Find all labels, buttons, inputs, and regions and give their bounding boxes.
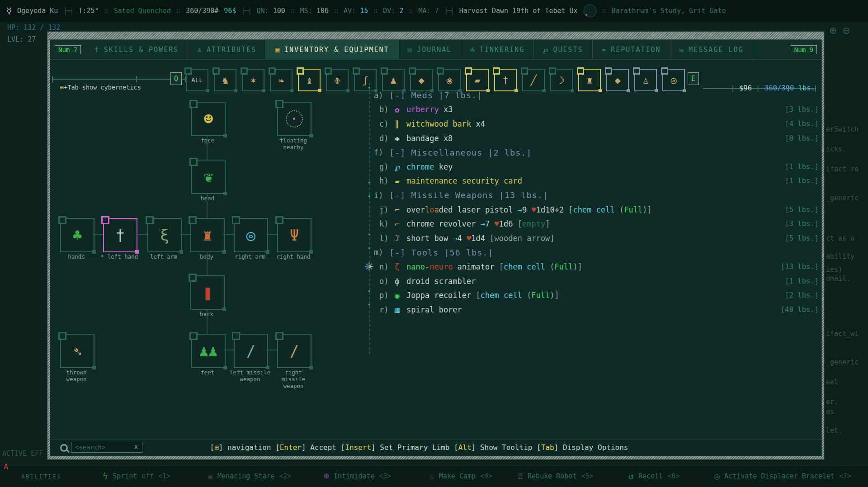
tab-attributes[interactable]: ♙ATTRIBUTES <box>188 40 266 59</box>
item-name: witchwood bark x4 <box>406 119 485 128</box>
inventory-window: Num 7†SKILLS & POWERS♙ATTRIBUTES▣INVENTO… <box>47 32 824 459</box>
slot-connector <box>207 309 208 334</box>
item-name: chrome key <box>406 162 453 171</box>
slot-connector <box>224 350 234 350</box>
hands-item-icon: ♣ <box>73 227 82 243</box>
ability-make-camp[interactable]: ♨Make Camp<4> <box>429 471 492 482</box>
row-letter: m) <box>374 248 389 257</box>
row-letter: f) <box>374 148 389 157</box>
equip-slot-righthand[interactable]: Ψ <box>277 218 311 252</box>
ability-sprint[interactable]: ϟSprintoff<1> <box>103 471 170 482</box>
filter-category-4[interactable]: ♝ <box>298 69 321 91</box>
row-letter: a) <box>374 91 389 100</box>
zoom-icons[interactable]: ⊕⊖ <box>830 24 856 37</box>
filter-category-icon: ▰ <box>474 75 480 86</box>
equip-slot-rightarm[interactable]: ◎ <box>234 218 268 252</box>
equip-slot-leftmissile[interactable]: ∕ <box>234 334 268 368</box>
ability-activate-displacer-bracelet[interactable]: ◎Activate Displacer Bracelet<7> <box>714 471 851 482</box>
tab-tinkering[interactable]: ✇TINKERING <box>461 40 534 59</box>
filter-category-1[interactable]: ♞ <box>214 69 236 91</box>
background-fragment: ifact_re <box>826 165 859 173</box>
tab-quests[interactable]: ℘QUESTS <box>534 40 592 59</box>
slot-connector <box>136 234 147 235</box>
filter-category-icon: ╱ <box>530 75 536 86</box>
equip-slot-back[interactable]: ❚ <box>190 275 225 310</box>
item-weight: [3 lbs.] <box>785 220 819 228</box>
inventory-row[interactable]: r)▦spiral borer[40 lbs.] <box>379 303 821 317</box>
ability-label: Menacing Stare <box>217 472 274 480</box>
equip-slot-thrown[interactable]: ➴ <box>60 334 94 368</box>
inventory-row[interactable]: ➤n)ζnano-neuro animator [chem cell (Full… <box>379 260 821 274</box>
tab-skills-powers[interactable]: †SKILLS & POWERS <box>85 40 188 59</box>
item-icon: ✚ <box>395 133 406 143</box>
filter-category-6[interactable]: ʃ <box>354 69 377 91</box>
search-clear-button[interactable]: X <box>134 444 138 450</box>
ability-rebuke-robot[interactable]: ♖Rebuke Robot<5> <box>518 471 594 482</box>
player-name: Ogeyeda Ku <box>17 7 58 15</box>
tinkering-icon: ✇ <box>470 45 476 54</box>
equip-slot-head[interactable]: ❦ <box>191 160 226 194</box>
filter-category-5[interactable]: ✙ <box>326 69 349 91</box>
inventory-row[interactable]: l)☽short bow →4 ♥1d4 [wooden arrow][5 lb… <box>379 231 821 246</box>
inventory-row[interactable]: g)℘chrome key[1 lbs.] <box>379 160 821 174</box>
equip-slot-floating[interactable] <box>277 102 311 136</box>
inventory-row[interactable]: c)∥witchwood bark x4[4 lbs.] <box>379 117 821 131</box>
filter-category-icon: ❧ <box>278 75 284 86</box>
inventory-row[interactable]: h)▰maintenance security card[1 lbs.] <box>379 174 821 189</box>
inventory-row[interactable]: b)✿urberry x3[3 lbs.] <box>379 103 821 117</box>
filter-category-3[interactable]: ❧ <box>270 69 292 91</box>
item-name: Joppa recoiler [chem cell (Full)] <box>406 291 559 300</box>
inventory-row[interactable]: k)⌐chrome revolver →7 ♥1d6 [empty][3 lbs… <box>379 217 821 231</box>
tab-inventory-equipment[interactable]: ▣INVENTORY & EQUIPMENT <box>266 40 398 59</box>
tab-message-log[interactable]: ✉MESSAGE LOG <box>670 40 753 59</box>
equip-slot-lefthand[interactable]: † <box>103 218 137 252</box>
category-row[interactable]: i)[-] Missile Weapons |13 lbs.| <box>374 188 821 203</box>
background-fragment: ies) <box>826 265 842 274</box>
item-icon: ⌐ <box>395 205 406 214</box>
inventory-row[interactable]: j)⌐overloaded laser pistol →9 ♥1d10+2 [c… <box>379 203 821 217</box>
equip-slot-face[interactable]: ☻ <box>191 102 226 136</box>
floating-slot-icon <box>286 110 303 128</box>
tab-reputation[interactable]: ❧REPUTATION <box>593 40 670 59</box>
slot-connector <box>93 234 103 235</box>
item-weight: [1 lbs.] <box>785 177 819 185</box>
item-icon: ℘ <box>395 162 406 171</box>
search-input[interactable] <box>71 442 142 453</box>
equip-slot-body[interactable]: ♜ <box>190 218 225 252</box>
stat-av: AV: 15 <box>344 7 368 15</box>
ability-intimidate[interactable]: ☻Intimidate<3> <box>324 471 391 482</box>
thrown-item-icon: ➴ <box>73 343 82 359</box>
ability-menacing-stare[interactable]: ☠Menacing Stare<2> <box>208 471 292 482</box>
equip-slot-label: left arm <box>142 253 185 260</box>
inventory-row[interactable]: d)✚bandage x8[0 lbs.] <box>379 131 821 146</box>
numpad7-badge: Num 7 <box>55 45 81 54</box>
equip-slot-rightmissile[interactable]: ∕ <box>277 334 311 368</box>
row-letter: l) <box>379 234 395 243</box>
ability-label: Intimidate <box>334 472 374 480</box>
ability-hotkey: <3> <box>379 472 391 480</box>
filter-category-2[interactable]: ✶ <box>242 69 264 91</box>
category-row[interactable]: a)[-] Meds |7 lbs.| <box>374 88 821 103</box>
inventory-list: a)[-] Meds |7 lbs.|b)✿urberry x3[3 lbs.]… <box>379 88 821 317</box>
divider-ornament: ◆ <box>368 194 370 198</box>
ability-recoil[interactable]: ↺Recoil<6> <box>628 471 679 482</box>
row-letter: r) <box>379 305 395 314</box>
inventory-row[interactable]: p)◉Joppa recoiler [chem cell (Full)][2 l… <box>379 288 821 303</box>
filter-all[interactable]: ALL <box>186 69 208 91</box>
inventory-row[interactable]: o)ϕdroid scrambler[1 lbs.] <box>379 274 821 288</box>
slot-connector <box>207 193 208 218</box>
equip-slot-leftarm[interactable]: ξ <box>147 218 182 252</box>
numpad9-badge: Num 9 <box>791 45 817 54</box>
tab-journal[interactable]: ▤JOURNAL <box>399 40 462 59</box>
item-weight: [40 lbs.] <box>781 306 819 314</box>
slot-connector <box>207 251 208 275</box>
stat-ma: MA: 7 <box>418 7 439 15</box>
equip-slot-feet[interactable]: ♟♟ <box>191 334 226 368</box>
equip-slot-hands[interactable]: ♣ <box>60 218 94 252</box>
row-letter: c) <box>379 119 395 128</box>
player-sprite-icon: ☿ <box>6 5 12 16</box>
category-row[interactable]: m)[-] Tools |56 lbs.| <box>374 246 821 260</box>
journal-icon: ▤ <box>408 45 413 54</box>
category-row[interactable]: f)[-] Miscellaneous |2 lbs.| <box>374 145 821 160</box>
tab-label: QUESTS <box>553 46 583 54</box>
